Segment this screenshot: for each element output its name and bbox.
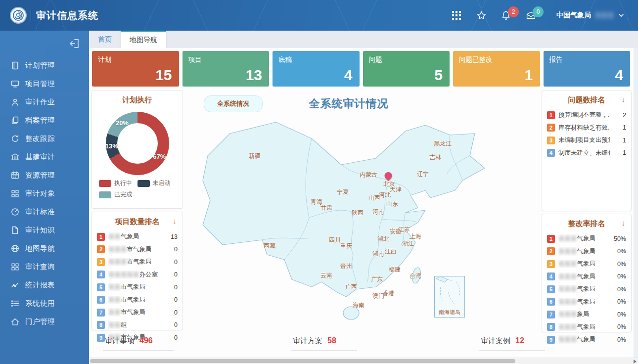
rank-row-value: 0%: [613, 323, 626, 330]
favorite-star-icon[interactable]: [475, 9, 487, 21]
sidebar-item-1[interactable]: 计划管理: [0, 56, 89, 75]
rank-row[interactable]: 4制度未建立、未细化1: [547, 147, 626, 160]
sidebar-item-12[interactable]: 审计查询: [0, 258, 89, 276]
province-label-广东[interactable]: 广东: [371, 275, 383, 284]
rank-row[interactable]: 1某某某气象局50%: [547, 232, 626, 245]
rank-row[interactable]: 2某某某气象局0%: [547, 245, 626, 258]
sidebar-item-7[interactable]: 资源管理: [0, 166, 89, 184]
sidebar-item-14[interactable]: 系统使用: [0, 294, 89, 313]
province-label-云南[interactable]: 云南: [320, 272, 332, 280]
rank-row[interactable]: 5某某市气象局0: [97, 281, 178, 294]
province-label-重庆[interactable]: 重庆: [340, 242, 352, 250]
notification-bell-icon[interactable]: 2: [500, 9, 512, 21]
province-label-江西[interactable]: 江西: [385, 247, 397, 256]
rank-row[interactable]: 7某某市气象局0: [97, 306, 178, 319]
tab-2[interactable]: 地图导航: [121, 31, 166, 48]
sidebar-item-9[interactable]: 审计标准: [0, 203, 89, 221]
rank-row[interactable]: 6某某市气象局0: [97, 294, 178, 307]
rank-row-value: 0%: [613, 261, 626, 268]
rectify-rank-list: 1某某某气象局50%2某某某气象局0%3某某某气象局0%4某某某气象局0%5某某…: [542, 228, 631, 346]
sidebar-item-6[interactable]: 基建审计: [0, 148, 89, 166]
rank-row[interactable]: 2库存材料缺乏有效...1: [547, 122, 626, 135]
province-label-湖北[interactable]: 湖北: [377, 235, 389, 243]
rank-row[interactable]: 1预算编制不完整，...2: [547, 109, 626, 122]
sidebar-item-15[interactable]: 门户管理: [0, 313, 89, 331]
mail-icon[interactable]: 0: [525, 9, 537, 21]
sort-desc-icon[interactable]: ↓: [173, 217, 177, 225]
rank-row[interactable]: 4某某某气象局0%: [547, 271, 626, 283]
province-label-黑龙江[interactable]: 黑龙江: [434, 139, 452, 148]
issue-rank-title-text: 问题数排名: [568, 95, 605, 104]
apps-grid-icon[interactable]: [451, 9, 462, 21]
province-label-台湾[interactable]: 台湾: [410, 272, 421, 280]
province-label-贵州[interactable]: 贵州: [340, 262, 352, 271]
rank-row[interactable]: 3未编制项目支出预算1: [547, 134, 626, 147]
scrollbar-right-arrow-icon[interactable]: [634, 360, 637, 364]
rank-row[interactable]: 6某某某气象局0%: [547, 296, 626, 309]
province-label-吉林[interactable]: 吉林: [429, 153, 441, 162]
tab-1[interactable]: 首页: [89, 31, 121, 48]
notification-count-badge[interactable]: 2: [508, 6, 519, 17]
stat-card-label: 问题已整改: [459, 55, 493, 64]
sidebar-item-3[interactable]: 审计作业: [0, 93, 89, 111]
stat-cards-row: 计划15项目13底稿4问题5问题已整改1报告4: [92, 51, 630, 87]
rank-row[interactable]: 5某某某气象局0%: [547, 283, 626, 296]
stat-card-4[interactable]: 问题5: [363, 51, 450, 87]
province-label-内蒙古[interactable]: 内蒙古: [360, 171, 377, 179]
province-label-辽宁[interactable]: 辽宁: [417, 170, 429, 179]
rank-row[interactable]: 2某某某市气象局0: [97, 243, 178, 256]
plan-donut-chart[interactable]: 67%13%20%: [106, 112, 169, 175]
rank-row-value: 0: [165, 296, 178, 303]
sidebar-item-4[interactable]: 档案管理: [0, 111, 89, 130]
province-label-福建[interactable]: 福建: [389, 266, 401, 274]
rank-row[interactable]: 4某某某某某办公室0: [97, 269, 178, 281]
redacted-text: 某某: [108, 321, 121, 328]
province-label-河南[interactable]: 河南: [372, 208, 384, 216]
province-label-江苏[interactable]: 江苏: [398, 226, 410, 234]
rank-row[interactable]: 8某某某气象局0%: [547, 321, 626, 334]
province-label-海南[interactable]: 海南: [353, 301, 365, 310]
sort-desc-icon[interactable]: ↓: [622, 219, 626, 227]
province-label-天津[interactable]: 天津: [390, 185, 402, 194]
province-label-广西[interactable]: 广西: [345, 283, 357, 291]
province-label-甘肃[interactable]: 甘肃: [320, 204, 332, 212]
province-label-西藏[interactable]: 西藏: [264, 242, 275, 250]
sort-desc-icon[interactable]: ↓: [622, 95, 626, 103]
province-label-河北[interactable]: 河北: [379, 191, 391, 199]
rank-row[interactable]: 7某某某象局0%: [547, 308, 626, 321]
province-label-浙江[interactable]: 浙江: [402, 239, 414, 248]
rank-row[interactable]: 8某某组0: [97, 319, 178, 332]
horizontal-scrollbar[interactable]: [89, 358, 638, 364]
rank-row[interactable]: 1某某气象局13: [97, 230, 178, 243]
scrollbar-thumb[interactable]: [90, 359, 515, 363]
stat-card-2[interactable]: 项目13: [182, 51, 270, 87]
stat-card-6[interactable]: 报告4: [544, 51, 631, 87]
sidebar-item-8[interactable]: 审计对象: [0, 184, 89, 203]
province-label-湖南[interactable]: 湖南: [372, 250, 384, 258]
rank-badge: 4: [547, 149, 555, 157]
user-menu[interactable]: 中国气象局 某某某: [556, 11, 624, 20]
sidebar-item-11[interactable]: 地图导航: [0, 239, 89, 258]
sidebar-item-13[interactable]: 统计报表: [0, 276, 89, 294]
user-name-redacted: 某某某: [595, 11, 614, 20]
sidebar-item-5[interactable]: 整改跟踪: [0, 130, 89, 148]
province-label-陕西[interactable]: 陕西: [352, 209, 364, 217]
rank-row[interactable]: 3某某某气象局0%: [547, 258, 626, 271]
rank-row-value: 0: [165, 246, 178, 253]
province-label-四川[interactable]: 四川: [329, 236, 341, 244]
rank-row[interactable]: 3某某某市气象局0: [97, 256, 178, 269]
province-label-宁夏[interactable]: 宁夏: [337, 188, 349, 196]
stat-card-3[interactable]: 底稿4: [273, 51, 360, 87]
province-label-山东[interactable]: 山东: [386, 200, 398, 208]
sidebar-item-2[interactable]: 项目管理: [0, 75, 89, 93]
rank-row-value: 0: [165, 259, 178, 266]
stat-card-1[interactable]: 计划15: [92, 51, 179, 87]
sidebar-item-10[interactable]: 审计知识: [0, 221, 89, 239]
province-label-澳门[interactable]: 澳门: [372, 292, 384, 300]
rank-row-value: 0: [165, 309, 178, 316]
china-map[interactable]: [188, 91, 539, 332]
stat-card-5[interactable]: 问题已整改1: [453, 51, 540, 87]
mail-count-badge[interactable]: 0: [533, 6, 544, 17]
sidebar-collapse-icon[interactable]: [68, 38, 80, 49]
province-label-新疆[interactable]: 新疆: [249, 152, 261, 160]
